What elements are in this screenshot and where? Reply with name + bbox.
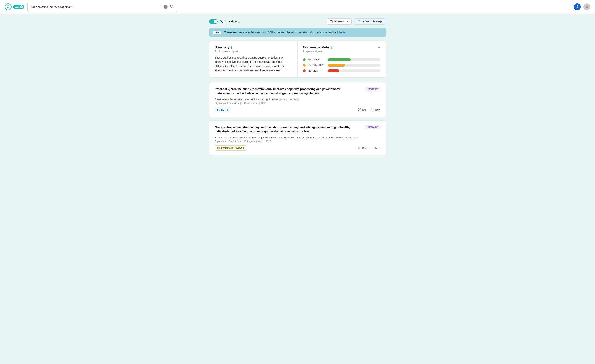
beta-tag: beta — [213, 30, 221, 34]
possibly-label: Possibly - 33% — [308, 64, 325, 67]
logo: C beta 1 — [5, 3, 24, 10]
yes-fill — [328, 58, 351, 61]
paper-2-footer: Systematic Review ℹ Cite Share — [215, 145, 380, 151]
summary-text: These studies suggest that creatine supp… — [215, 55, 292, 73]
beta-badge: beta 1 — [13, 5, 24, 9]
bar-row-no: No - 22% — [303, 69, 380, 72]
yes-track — [328, 58, 380, 61]
paper-2-type-badge[interactable]: Systematic Review ℹ — [215, 145, 247, 151]
search-submit-button[interactable] — [169, 4, 174, 10]
year-filter-label: All years — [334, 20, 345, 23]
paper-1-journal: Physiology & Behaviour — [215, 102, 239, 105]
paper-2-journal: Experimental Gerontology — [215, 140, 241, 143]
consensus-info-icon[interactable]: ℹ — [331, 46, 332, 49]
share-icon — [370, 146, 373, 150]
search-input[interactable] — [30, 5, 162, 8]
paper-2-meta: Experimental Gerontology | K. Avgerinos … — [215, 140, 380, 143]
no-fill — [328, 69, 339, 72]
consensus-title: Consensus Meter ℹ — [303, 46, 333, 49]
header: C beta 1 × ? — [0, 0, 595, 14]
calendar-icon — [330, 20, 333, 23]
paper-2-subtitle: Effects of creatine supplementation on c… — [215, 136, 380, 139]
no-track — [328, 69, 380, 72]
rct-icon — [217, 108, 220, 111]
bar-row-possibly: Possibly - 33% — [303, 64, 380, 67]
beta-banner-message: These features are in Beta and not 100% … — [224, 31, 346, 34]
paper-card-1: +Possibly Potentially, creatine suppleme… — [209, 82, 386, 117]
chevron-down-icon — [346, 20, 349, 23]
beta-count: 1 — [20, 5, 23, 8]
paper-1-footer: RCT ℹ Cite Share — [215, 107, 380, 112]
svg-rect-9 — [218, 147, 220, 149]
avatar[interactable] — [583, 3, 590, 10]
beta-label: beta — [14, 6, 19, 8]
user-icon — [585, 5, 589, 9]
possibly-track — [328, 64, 380, 67]
paper-2-badge: +Possibly — [365, 125, 381, 129]
search-clear-button[interactable]: × — [164, 5, 168, 9]
cite-icon — [358, 146, 361, 150]
possibly-fill — [328, 64, 345, 67]
summary-title: Summary ℹ — [215, 46, 292, 49]
paper-1-type-label: RCT — [221, 108, 226, 111]
consensus-bars: Yes - 44% Possibly - 33% No - 22% — [303, 58, 380, 72]
svg-rect-3 — [330, 21, 332, 23]
paper-2-year: 2018 — [266, 140, 271, 143]
svg-point-0 — [170, 5, 173, 7]
paper-1-type-info[interactable]: ℹ — [227, 108, 228, 111]
synthesize-info-icon[interactable]: ℹ — [238, 20, 240, 23]
yes-dot — [303, 58, 306, 61]
paper-2-title: Oral creatine administration may improve… — [215, 125, 380, 134]
share-page-label: Share This Page — [362, 20, 382, 23]
summary-panel: Summary ℹ Top 9 papers analyzed These st… — [209, 41, 298, 77]
paper-1-title: Potentially, creatine supplementation on… — [215, 87, 380, 96]
feedback-link[interactable]: here — [339, 31, 345, 34]
share-icon — [370, 108, 373, 111]
consensus-header: Consensus Meter ℹ 9 papers analyzed ≡ — [303, 46, 380, 55]
summary-consensus-grid: Summary ℹ Top 9 papers analyzed These st… — [209, 41, 386, 77]
summary-info-icon[interactable]: ℹ — [231, 46, 232, 49]
paper-1-subtitle: Creatine supplementation does not improv… — [215, 98, 380, 101]
paper-1-year: 2008 — [261, 102, 266, 105]
share-icon — [358, 20, 361, 23]
search-icon — [170, 4, 174, 8]
yes-label: Yes - 44% — [308, 58, 325, 61]
synthesize-switch[interactable] — [209, 19, 218, 24]
paper-1-type-badge[interactable]: RCT ℹ — [215, 107, 231, 112]
synthesize-toggle: Synthesize ℹ — [209, 19, 240, 24]
logo-icon: C — [5, 3, 12, 10]
header-right: ? — [574, 3, 590, 10]
share-page-button[interactable]: Share This Page — [354, 18, 386, 25]
controls-bar: Synthesize ℹ All years Share This Page — [209, 18, 386, 25]
no-label: No - 22% — [308, 69, 325, 72]
systematic-review-icon — [217, 147, 220, 149]
cite-icon — [358, 108, 361, 111]
consensus-subtitle: 9 papers analyzed — [303, 50, 333, 53]
paper-1-badge: +Possibly — [365, 87, 381, 91]
help-button[interactable]: ? — [574, 3, 581, 10]
search-bar: × — [28, 2, 177, 12]
paper-2-actions: Cite Share — [358, 146, 380, 150]
consensus-panel: Consensus Meter ℹ 9 papers analyzed ≡ Ye… — [298, 41, 386, 77]
possibly-dot — [303, 64, 306, 67]
svg-point-2 — [586, 5, 588, 7]
no-dot — [303, 69, 306, 72]
paper-1-actions: Cite Share — [358, 108, 380, 111]
synthesize-label: Synthesize — [220, 20, 237, 23]
paper-2-type-info[interactable]: ℹ — [243, 147, 244, 150]
beta-banner: beta These features are in Beta and not … — [209, 28, 386, 37]
controls-right: All years Share This Page — [327, 18, 386, 25]
svg-line-1 — [172, 7, 173, 8]
main-content: Synthesize ℹ All years Share This Page — [205, 14, 390, 163]
year-filter-button[interactable]: All years — [327, 18, 352, 25]
paper-1-share-button[interactable]: Share — [370, 108, 380, 111]
consensus-filter-icon[interactable]: ≡ — [378, 46, 380, 49]
paper-2-share-button[interactable]: Share — [370, 146, 380, 150]
paper-2-authors: K. Avgerinos et al. — [244, 140, 263, 143]
bar-row-yes: Yes - 44% — [303, 58, 380, 61]
paper-1-authors: E.Rawson et al. — [242, 102, 258, 105]
paper-card-2: +Possibly Oral creatine administration m… — [209, 120, 386, 155]
paper-1-cite-button[interactable]: Cite — [358, 108, 367, 111]
paper-2-cite-button[interactable]: Cite — [358, 146, 367, 150]
paper-2-type-label: Systematic Review — [221, 147, 242, 149]
